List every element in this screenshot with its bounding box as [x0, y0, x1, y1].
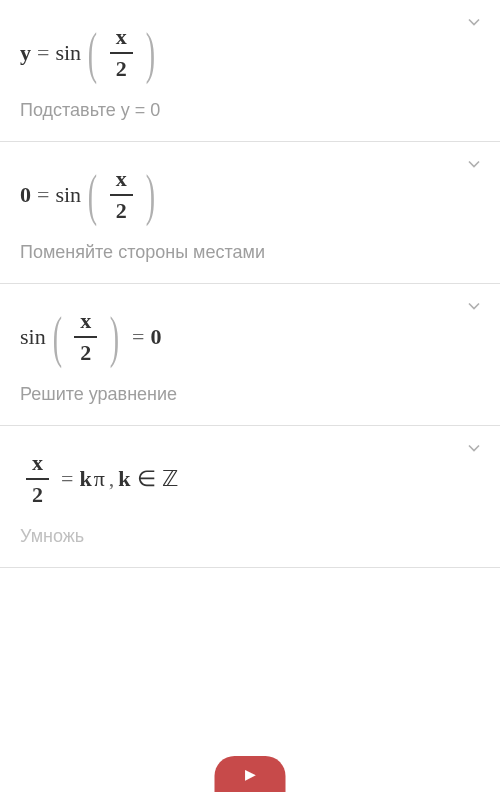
denominator: 2 — [26, 480, 49, 508]
parentheses: ( x 2 ) — [81, 166, 161, 224]
play-icon: ▶ — [245, 766, 256, 782]
parentheses: ( x 2 ) — [46, 308, 126, 366]
coefficient-k: k — [79, 466, 91, 492]
chevron-down-icon[interactable] — [464, 438, 484, 462]
pi-symbol: π — [94, 466, 105, 492]
numerator: x — [74, 308, 97, 336]
paren-left-icon: ( — [88, 167, 97, 223]
condition-k: k — [118, 466, 130, 492]
step-instruction: Умножь — [20, 526, 480, 547]
equation: sin ( x 2 ) = 0 — [20, 308, 480, 366]
equals-sign: = — [37, 40, 49, 66]
fraction: x 2 — [110, 24, 133, 82]
chevron-down-icon[interactable] — [464, 296, 484, 320]
lhs-var: 0 — [20, 182, 31, 208]
equals-sign: = — [132, 324, 144, 350]
comma: , — [109, 466, 115, 492]
solution-step-1: y = sin ( x 2 ) Подставьте y = 0 — [0, 0, 500, 142]
numerator: x — [110, 24, 133, 52]
equals-sign: = — [61, 466, 73, 492]
parentheses: ( x 2 ) — [81, 24, 161, 82]
lhs-var: y — [20, 40, 31, 66]
numerator: x — [26, 450, 49, 478]
denominator: 2 — [74, 338, 97, 366]
step-instruction: Подставьте y = 0 — [20, 100, 480, 121]
paren-left-icon: ( — [52, 309, 61, 365]
function-name: sin — [55, 40, 81, 66]
step-instruction: Поменяйте стороны местами — [20, 242, 480, 263]
function-name: sin — [55, 182, 81, 208]
solution-step-2: 0 = sin ( x 2 ) Поменяйте стороны местам… — [0, 142, 500, 284]
chevron-down-icon[interactable] — [464, 12, 484, 36]
paren-right-icon: ) — [145, 25, 154, 81]
paren-left-icon: ( — [88, 25, 97, 81]
equation: 0 = sin ( x 2 ) — [20, 166, 480, 224]
rhs-value: 0 — [150, 324, 161, 350]
chevron-down-icon[interactable] — [464, 154, 484, 178]
fraction: x 2 — [26, 450, 49, 508]
denominator: 2 — [110, 54, 133, 82]
solution-step-3: sin ( x 2 ) = 0 Решите уравнение — [0, 284, 500, 426]
paren-right-icon: ) — [110, 309, 119, 365]
bottom-action-button[interactable]: ▶ — [215, 756, 286, 792]
integer-set-symbol: ℤ — [162, 466, 178, 492]
step-instruction: Решите уравнение — [20, 384, 480, 405]
equation: x 2 = k π , k ∈ ℤ — [20, 450, 480, 508]
fraction: x 2 — [74, 308, 97, 366]
equals-sign: = — [37, 182, 49, 208]
paren-right-icon: ) — [145, 167, 154, 223]
denominator: 2 — [110, 196, 133, 224]
numerator: x — [110, 166, 133, 194]
equation: y = sin ( x 2 ) — [20, 24, 480, 82]
element-of-symbol: ∈ — [137, 466, 156, 492]
fraction: x 2 — [110, 166, 133, 224]
function-name: sin — [20, 324, 46, 350]
solution-step-4: x 2 = k π , k ∈ ℤ Умножь — [0, 426, 500, 568]
